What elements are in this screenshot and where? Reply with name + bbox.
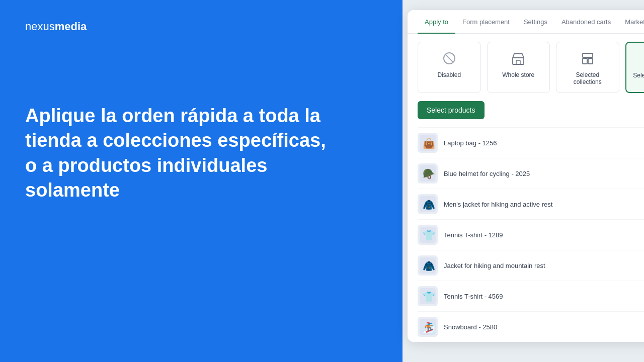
product-name-2: Men's jacket for hiking and active rest: [444, 201, 644, 208]
tab-abandoned-carts[interactable]: Abandoned carts: [554, 10, 618, 34]
whole-store-label: Whole store: [502, 71, 534, 78]
svg-text:🧥: 🧥: [423, 260, 435, 272]
product-thumb-0: 👜: [418, 133, 438, 153]
product-thumb-2: 🧥: [418, 194, 438, 214]
whole-store-icon: [509, 49, 527, 67]
svg-text:🏂: 🏂: [423, 321, 435, 333]
svg-text:🧥: 🧥: [423, 199, 435, 211]
svg-text:🪖: 🪖: [423, 168, 435, 180]
option-selected-collections[interactable]: Selected collections: [556, 42, 619, 93]
product-name-6: Snowboard - 2580: [444, 323, 644, 331]
svg-rect-8: [588, 58, 593, 64]
logo-suffix: media: [55, 20, 87, 33]
products-label: Selected products: [633, 72, 644, 79]
product-name-3: Tennis T-shirt - 1289: [444, 231, 644, 239]
product-item: 🧥 Jacket for hiking and mountain rest De…: [418, 250, 644, 281]
product-item: 🪖 Blue helmet for cycling - 2025 Delete: [418, 158, 644, 189]
tab-settings[interactable]: Settings: [517, 10, 554, 34]
product-thumb-3: 👕: [418, 225, 438, 245]
svg-text:👕: 👕: [423, 291, 435, 303]
left-panel: nexusmedia Aplique la orden rápida a tod…: [0, 0, 403, 362]
svg-rect-5: [513, 58, 524, 64]
svg-text:👜: 👜: [423, 137, 435, 149]
product-name-1: Blue helmet for cycling - 2025: [444, 170, 644, 177]
product-list: 👜 Laptop bag - 1256 Delete 🪖 Blue helmet…: [408, 127, 644, 342]
svg-line-4: [446, 55, 453, 62]
collections-label: Selected collections: [561, 71, 614, 85]
product-item: 👜 Laptop bag - 1256 Delete: [418, 127, 644, 158]
svg-rect-9: [583, 53, 593, 57]
svg-text:👕: 👕: [423, 229, 435, 241]
select-products-button[interactable]: Select products: [418, 101, 485, 119]
product-thumb-4: 🧥: [418, 255, 438, 276]
product-item: 👕 Tennis T-shirt - 4569 Delete: [418, 281, 644, 311]
disabled-label: Disabled: [437, 71, 461, 78]
svg-rect-6: [516, 60, 520, 64]
product-thumb-5: 👕: [418, 286, 438, 306]
product-item: 🧥 Men's jacket for hiking and active res…: [418, 189, 644, 219]
product-item: 🏂 Snowboard - 2580 Delete: [418, 311, 644, 342]
product-name-5: Tennis T-shirt - 4569: [444, 293, 644, 300]
tab-form-placement[interactable]: Form placement: [455, 10, 517, 34]
logo-prefix: nexus: [25, 20, 55, 33]
product-name-4: Jacket for hiking and mountain rest: [444, 262, 644, 269]
option-disabled[interactable]: Disabled: [418, 42, 481, 93]
tabs-bar: Apply to Form placement Settings Abandon…: [408, 10, 644, 34]
product-thumb-1: 🪖: [418, 163, 438, 184]
disabled-icon: [440, 49, 458, 67]
logo: nexusmedia: [25, 20, 377, 33]
right-panel: Apply to Form placement Settings Abandon…: [403, 0, 644, 362]
tab-apply-to[interactable]: Apply to: [418, 10, 455, 34]
option-selected-products[interactable]: Selected products: [625, 42, 645, 93]
tab-marketing[interactable]: Marketing: [618, 10, 644, 34]
product-name-0: Laptop bag - 1256: [444, 139, 644, 147]
hero-text: Aplique la orden rápida a toda la tienda…: [25, 104, 377, 203]
svg-rect-7: [583, 58, 587, 64]
product-thumb-6: 🏂: [418, 317, 438, 337]
option-whole-store[interactable]: Whole store: [487, 42, 550, 93]
apply-options: Disabled Whole store: [408, 34, 644, 101]
product-item: 👕 Tennis T-shirt - 1289 Delete: [418, 219, 644, 250]
collections-icon: [579, 49, 597, 67]
main-card: Apply to Form placement Settings Abandon…: [408, 10, 644, 342]
